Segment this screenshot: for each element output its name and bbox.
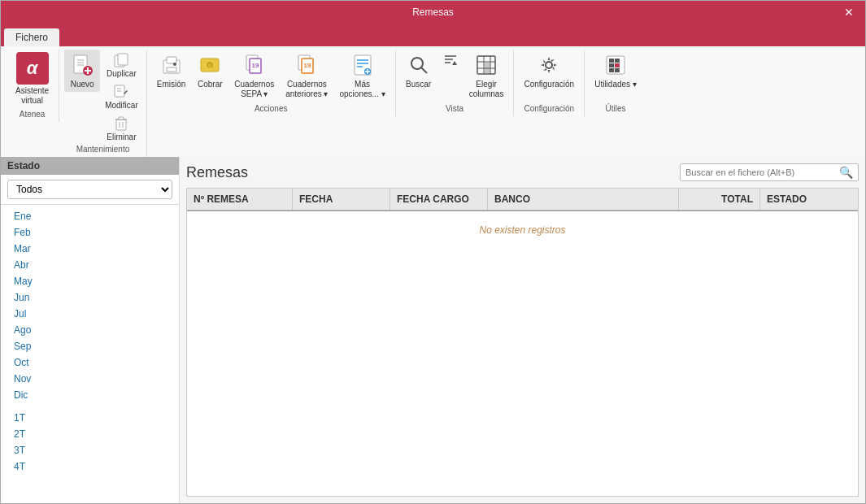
title-bar: Remesas ✕ [1, 1, 865, 24]
mas-opciones-button[interactable]: Másopciones... ▾ [334, 50, 389, 102]
page-title: Remesas [186, 164, 248, 181]
left-panel: Estado Todos Ene Feb Mar Abr May Jun Jul… [1, 157, 180, 503]
configuracion-icon [536, 52, 562, 78]
cuadernos-anteriores-label: Cuadernosanteriores ▾ [285, 80, 328, 99]
month-jul[interactable]: Jul [1, 306, 179, 322]
close-button[interactable]: ✕ [833, 1, 865, 24]
quarter-2t[interactable]: 2T [1, 426, 179, 442]
month-feb[interactable]: Feb [1, 224, 179, 241]
data-table: Nº REMESA FECHA FECHA CARGO BANCO TOTAL [186, 188, 859, 497]
ribbon-group-acciones: Emisión $ Cobrar [147, 50, 396, 116]
no-records-message: No existen registros [479, 224, 565, 236]
configuracion-label: Configuración [524, 80, 574, 89]
svg-rect-53 [615, 63, 620, 67]
elegir-columnas-icon [473, 52, 499, 78]
atenea-group-label: Atenea [20, 110, 46, 119]
svg-rect-19 [167, 67, 176, 72]
svg-point-48 [546, 62, 552, 68]
svg-rect-18 [167, 57, 176, 63]
search-icon[interactable]: 🔍 [839, 166, 853, 179]
month-nov[interactable]: Nov [1, 371, 179, 387]
emision-button[interactable]: Emisión [152, 50, 191, 92]
asistente-virtual-button[interactable]: α Asistentevirtual [11, 50, 54, 108]
svg-text:19: 19 [251, 62, 259, 69]
table-body: No existen registros [187, 211, 858, 496]
utilidades-button[interactable]: Utilidades ▾ [590, 50, 642, 92]
quarter-1t[interactable]: 1T [1, 410, 179, 426]
svg-rect-12 [116, 119, 126, 130]
svg-rect-50 [609, 59, 614, 63]
month-sep[interactable]: Sep [1, 338, 179, 354]
ribbon-group-vista: Buscar [396, 50, 515, 116]
col-header-total: TOTAL [679, 189, 760, 210]
mas-opciones-label: Másopciones... ▾ [339, 80, 385, 99]
buscar-button[interactable]: Buscar [401, 50, 437, 92]
vista-group-label: Vista [446, 104, 463, 113]
elegir-columnas-label: Elegircolumnas [469, 80, 504, 99]
eliminar-button[interactable]: Eliminar [102, 113, 141, 143]
modificar-icon [112, 83, 130, 101]
asistente-label: Asistentevirtual [15, 86, 49, 106]
search-input[interactable] [685, 167, 839, 177]
month-dic[interactable]: Dic [1, 387, 179, 403]
month-oct[interactable]: Oct [1, 354, 179, 371]
cobrar-button[interactable]: $ Cobrar [192, 50, 228, 92]
buscar-icon [406, 52, 432, 78]
nuevo-label: Nuevo [71, 80, 94, 89]
table-header: Nº REMESA FECHA FECHA CARGO BANCO TOTAL [187, 189, 858, 211]
modificar-button[interactable]: Modificar [102, 81, 141, 111]
svg-point-37 [411, 58, 423, 69]
nuevo-icon [69, 52, 95, 78]
cobrar-label: Cobrar [198, 80, 223, 89]
duplicar-icon [112, 51, 130, 69]
atenea-icon: α [16, 52, 49, 85]
main-window: Remesas ✕ Fichero α Asistentevirtual Ate… [0, 0, 866, 504]
mantenimiento-group-label: Mantenimiento [76, 145, 130, 154]
duplicar-button[interactable]: Duplicar [102, 50, 141, 80]
elegir-columnas-button[interactable]: Elegircolumnas [464, 50, 509, 102]
col-header-remesa: Nº REMESA [187, 189, 293, 210]
estado-filter-select[interactable]: Todos [7, 180, 172, 199]
svg-rect-52 [609, 63, 614, 67]
utilidades-icon [603, 52, 629, 78]
month-mar[interactable]: Mar [1, 241, 179, 257]
col-header-fechacargo: FECHA CARGO [390, 189, 488, 210]
configuracion-button[interactable]: Configuración [519, 50, 579, 92]
sort-button[interactable] [438, 50, 463, 71]
month-ago[interactable]: Ago [1, 322, 179, 338]
month-may[interactable]: May [1, 273, 179, 289]
months-list: Ene Feb Mar Abr May Jun Jul Ago Sep Oct … [1, 205, 179, 503]
cuadernos-anteriores-button[interactable]: 19 Cuadernosanteriores ▾ [281, 50, 333, 102]
quarter-4t[interactable]: 4T [1, 458, 179, 475]
nuevo-button[interactable]: Nuevo [64, 50, 100, 92]
search-box: 🔍 [680, 163, 859, 181]
svg-point-20 [173, 63, 176, 66]
svg-rect-51 [615, 59, 620, 63]
cuadernos-sepa-icon: 19 [242, 52, 268, 78]
eliminar-icon [112, 115, 130, 133]
cuadernos-sepa-button[interactable]: 19 CuadernosSEPA ▾ [229, 50, 279, 102]
svg-rect-14 [119, 117, 124, 119]
month-ene[interactable]: Ene [1, 208, 179, 224]
ribbon-group-utiles: Utilidades ▾ Útiles [585, 50, 646, 116]
mas-opciones-icon [350, 52, 376, 78]
ribbon: α Asistentevirtual Atenea [1, 46, 865, 157]
buscar-label: Buscar [406, 80, 431, 89]
emision-icon [159, 52, 185, 78]
svg-rect-54 [609, 68, 614, 72]
month-jun[interactable]: Jun [1, 289, 179, 306]
eliminar-label: Eliminar [107, 133, 136, 141]
quarter-3t[interactable]: 3T [1, 442, 179, 458]
modificar-label: Modificar [105, 101, 138, 110]
right-header: Remesas 🔍 [186, 163, 859, 181]
duplicar-label: Duplicar [107, 69, 137, 78]
acciones-group-label: Acciones [255, 104, 288, 113]
estado-header: Estado [1, 157, 179, 175]
utilidades-label: Utilidades ▾ [594, 80, 637, 89]
menu-tab-fichero[interactable]: Fichero [4, 28, 59, 46]
emision-label: Emisión [157, 80, 186, 89]
col-header-estado: ESTADO [760, 189, 858, 210]
month-abr[interactable]: Abr [1, 257, 179, 273]
ribbon-group-atenea: α Asistentevirtual Atenea [6, 50, 59, 122]
menu-bar: Fichero [1, 24, 865, 46]
